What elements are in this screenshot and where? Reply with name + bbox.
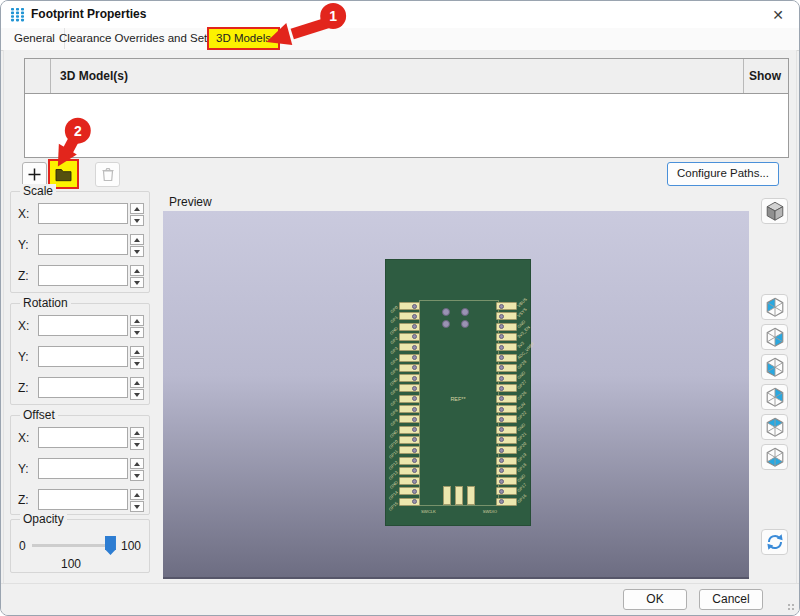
row-gutter bbox=[25, 59, 51, 93]
pad-gp17 bbox=[496, 487, 517, 495]
spin-down-icon[interactable] bbox=[130, 358, 144, 369]
view-button-2[interactable] bbox=[761, 324, 788, 350]
spin-up-icon[interactable] bbox=[130, 377, 144, 388]
spin-down-icon[interactable] bbox=[130, 215, 144, 226]
delete-model-button[interactable] bbox=[95, 162, 120, 187]
pad-hole bbox=[412, 314, 417, 319]
pad-vbus bbox=[496, 302, 517, 310]
pad-gp1 bbox=[399, 312, 420, 320]
offset-z-spinner[interactable] bbox=[130, 489, 144, 512]
rotation-x-spinner[interactable] bbox=[130, 315, 144, 338]
pad-gp27 bbox=[496, 384, 517, 392]
pad-gnd bbox=[496, 323, 517, 331]
pad-vsys bbox=[496, 312, 517, 320]
offset-group: Offset X:Y:Z: bbox=[10, 415, 150, 515]
view-button-3[interactable] bbox=[761, 354, 788, 380]
pad-hole bbox=[499, 365, 504, 370]
pad-adc_vref bbox=[496, 354, 517, 362]
view-button-1[interactable] bbox=[761, 294, 788, 320]
spin-down-icon[interactable] bbox=[130, 277, 144, 288]
spin-up-icon[interactable] bbox=[130, 315, 144, 326]
offset-x-label: X: bbox=[18, 427, 38, 450]
view-button-6[interactable] bbox=[761, 444, 788, 470]
pad-hole bbox=[499, 499, 504, 504]
opacity-min-label: 0 bbox=[19, 539, 26, 553]
rotation-y-spinner[interactable] bbox=[130, 346, 144, 369]
scale-y-input[interactable] bbox=[38, 234, 128, 255]
pad-hole bbox=[499, 386, 504, 391]
scale-z-spinner[interactable] bbox=[130, 265, 144, 288]
pad-gp16 bbox=[496, 498, 517, 506]
spin-up-icon[interactable] bbox=[130, 265, 144, 276]
dialog-button-bar: OK Cancel bbox=[1, 583, 799, 615]
view-button-4[interactable] bbox=[761, 384, 788, 410]
pad-hole bbox=[412, 448, 417, 453]
opacity-slider-thumb[interactable] bbox=[105, 536, 116, 555]
offset-y-spinner[interactable] bbox=[130, 458, 144, 481]
offset-y-label: Y: bbox=[18, 458, 38, 481]
footprint-app-icon bbox=[10, 7, 25, 22]
spin-up-icon[interactable] bbox=[130, 489, 144, 500]
spin-down-icon[interactable] bbox=[130, 439, 144, 450]
pad-hole bbox=[499, 396, 504, 401]
debug-pad bbox=[467, 486, 475, 505]
pad-hole bbox=[412, 458, 417, 463]
board-hole bbox=[461, 320, 469, 328]
rotation-y-input[interactable] bbox=[38, 346, 128, 367]
preview-3d-viewport[interactable]: REF** SWCLK SWDIO GP0GP1GNDGP2GP3GP4GP5G… bbox=[163, 211, 749, 579]
opacity-group-label: Opacity bbox=[20, 512, 67, 526]
scale-group-label: Scale bbox=[20, 184, 56, 198]
scale-y-spinner[interactable] bbox=[130, 234, 144, 257]
opacity-max-label: 100 bbox=[121, 539, 141, 553]
models-table-body[interactable] bbox=[25, 94, 788, 157]
cancel-button[interactable]: Cancel bbox=[699, 589, 763, 610]
resize-grip[interactable] bbox=[788, 604, 796, 612]
opacity-group: Opacity 0 100 100 bbox=[10, 519, 150, 573]
pad-gp15 bbox=[399, 498, 420, 506]
scale-x-input[interactable] bbox=[38, 203, 128, 224]
pad-hole bbox=[499, 468, 504, 473]
pad-gp8 bbox=[399, 405, 420, 413]
spin-up-icon[interactable] bbox=[130, 427, 144, 438]
offset-x-input[interactable] bbox=[38, 427, 128, 448]
spin-up-icon[interactable] bbox=[130, 234, 144, 245]
close-icon[interactable]: ✕ bbox=[769, 6, 787, 24]
pad-hole bbox=[499, 479, 504, 484]
rotation-x-input[interactable] bbox=[38, 315, 128, 336]
spin-up-icon[interactable] bbox=[130, 458, 144, 469]
pad-gp13 bbox=[399, 467, 420, 475]
offset-x-spinner[interactable] bbox=[130, 427, 144, 450]
spin-down-icon[interactable] bbox=[130, 246, 144, 257]
scale-x-spinner[interactable] bbox=[130, 203, 144, 226]
pad-hole bbox=[412, 407, 417, 412]
configure-paths-button[interactable]: Configure Paths... bbox=[667, 162, 779, 186]
scale-z-input[interactable] bbox=[38, 265, 128, 286]
pad-hole bbox=[412, 365, 417, 370]
cube-back-right-face-icon bbox=[764, 386, 786, 408]
swclk-label: SWCLK bbox=[421, 509, 436, 513]
spin-up-icon[interactable] bbox=[130, 346, 144, 357]
spin-down-icon[interactable] bbox=[130, 327, 144, 338]
spin-up-icon[interactable] bbox=[130, 203, 144, 214]
opacity-slider[interactable] bbox=[32, 544, 115, 547]
spin-down-icon[interactable] bbox=[130, 470, 144, 481]
tab-3d-models[interactable]: 3D Models bbox=[207, 27, 280, 50]
spin-down-icon[interactable] bbox=[130, 501, 144, 512]
pad-gp21 bbox=[496, 436, 517, 444]
view-button-5[interactable] bbox=[761, 414, 788, 440]
ok-button[interactable]: OK bbox=[623, 589, 687, 610]
offset-z-input[interactable] bbox=[38, 489, 128, 510]
pad-hole bbox=[412, 499, 417, 504]
spin-down-icon[interactable] bbox=[130, 389, 144, 400]
cube-bottom-face-icon bbox=[764, 446, 786, 468]
offset-y-input[interactable] bbox=[38, 458, 128, 479]
rotation-z-spinner[interactable] bbox=[130, 377, 144, 400]
pad-gnd bbox=[496, 374, 517, 382]
pad-gp26 bbox=[496, 395, 517, 403]
refresh-view-button[interactable] bbox=[761, 529, 788, 555]
rotation-z-input[interactable] bbox=[38, 377, 128, 398]
isometric-view-button[interactable] bbox=[761, 198, 788, 224]
column-header-3d-models: 3D Model(s) bbox=[60, 59, 128, 93]
pad-3v3_en bbox=[496, 333, 517, 341]
pad-gnd bbox=[399, 374, 420, 382]
